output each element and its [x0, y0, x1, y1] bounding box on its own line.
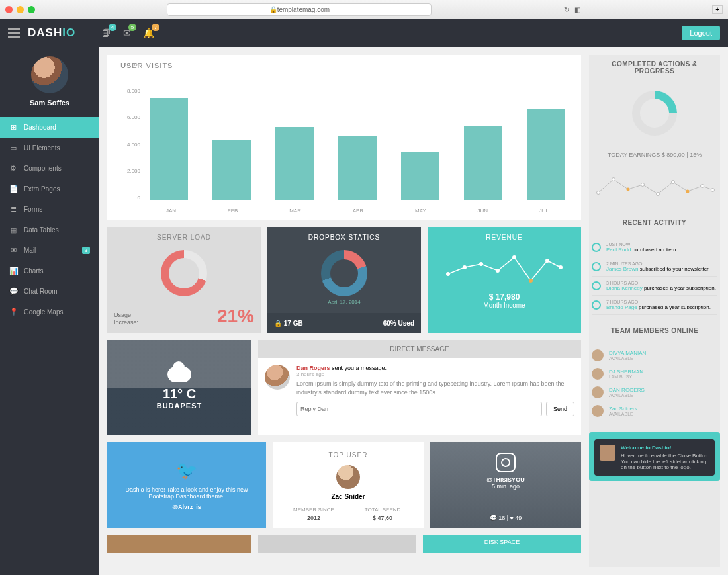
activity-dot-icon — [592, 300, 601, 310]
y-tick: 6.000 — [114, 114, 140, 120]
bar-MAY[interactable] — [401, 152, 439, 200]
bar-MAR[interactable] — [275, 127, 313, 200]
y-tick: 4.000 — [114, 142, 140, 148]
nav-label: Components — [24, 165, 62, 172]
topuser-avatar[interactable] — [336, 465, 360, 489]
dropbox-date: April 17, 2014 — [267, 299, 421, 305]
dm-send-button[interactable]: Send — [546, 402, 574, 416]
progress-donut — [632, 91, 677, 136]
progress-title: COMPLETED ACTIONS & PROGRESS — [589, 55, 720, 80]
nav-charts[interactable]: 📊Charts — [0, 261, 99, 281]
x-tick: FEB — [228, 208, 238, 214]
activity-title: RECENT ACTIVITY — [589, 214, 720, 232]
team-member[interactable]: DJ SHERMANI AM BUSY — [592, 365, 717, 383]
team-member[interactable]: DAN ROGERSAVAILABLE — [592, 383, 717, 402]
weather-card: 11° C BUDAPEST — [107, 340, 251, 435]
team-member[interactable]: DIVYA MANIANAVAILABLE — [592, 346, 717, 365]
activity-item[interactable]: 7 HOURS AGOBrando Page purchased a year … — [592, 296, 717, 315]
logout-button[interactable]: Logout — [682, 26, 720, 40]
dropbox-title: DROPBOX STATICS — [267, 227, 421, 247]
bar-JUL[interactable] — [527, 109, 565, 200]
nav-label: Charts — [24, 267, 43, 275]
team-avatar — [592, 405, 604, 417]
dm-sender-avatar[interactable] — [265, 365, 290, 390]
url-bar[interactable]: 🔒 templatemag.com — [167, 3, 432, 16]
dm-time: 3 hours ago — [296, 371, 574, 377]
instagram-icon — [496, 453, 516, 472]
server-load-donut — [161, 250, 207, 296]
svg-point-15 — [701, 185, 704, 188]
nav-icon: 📄 — [9, 185, 17, 193]
x-tick: MAR — [289, 208, 301, 214]
weather-temp: 11° C — [163, 386, 196, 402]
server-usage-value: 21% — [217, 306, 254, 327]
bar-FEB[interactable] — [212, 140, 250, 201]
nav-google maps[interactable]: 📍Google Maps — [0, 302, 99, 322]
nav-label: Dashboard — [24, 124, 56, 131]
activity-item[interactable]: 2 MINUTES AGOJames Brown subscribed to y… — [592, 257, 717, 277]
activity-item[interactable]: JUST NOWPaul Rudd purchased an item. — [592, 238, 717, 257]
svg-point-10 — [627, 188, 630, 191]
nav-ui elements[interactable]: ▭UI Elements — [0, 138, 99, 158]
new-tab-button[interactable]: + — [712, 5, 723, 14]
svg-point-4 — [512, 255, 516, 259]
nav-dashboard[interactable]: ⊞Dashboard — [0, 117, 99, 138]
product-photo[interactable] — [107, 535, 251, 553]
nav-components[interactable]: ⚙Components — [0, 158, 99, 179]
dropbox-used: 60% Used — [383, 320, 414, 327]
dm-reply-input[interactable] — [296, 402, 542, 416]
close-window[interactable] — [5, 6, 13, 13]
nav-icon: ▦ — [9, 226, 17, 234]
reader-icon[interactable]: ◧ — [574, 6, 580, 13]
svg-point-13 — [672, 181, 675, 184]
dropbox-size: 🔒 17 GB — [274, 320, 303, 327]
nav-icon: 💬 — [9, 287, 17, 296]
nav-mail[interactable]: ✉Mail3 — [0, 240, 99, 261]
instagram-card[interactable]: @THISISYOU 5 min. ago 💬 18 | ♥ 49 — [430, 442, 581, 528]
tooltip-body: Hover me to enable the Close Button. You… — [621, 453, 709, 470]
logo[interactable]: DASHIO — [28, 26, 75, 40]
server-usage-label: Usage Increase: — [114, 312, 138, 327]
tweet-text: Dashio is here! Take a look and enjoy th… — [118, 486, 255, 500]
dm-sender[interactable]: Dan Rogers — [296, 365, 330, 371]
bar-JUN[interactable] — [464, 126, 502, 200]
refresh-icon[interactable]: ↻ — [564, 6, 569, 13]
svg-point-7 — [559, 265, 563, 269]
nav-label: Chat Room — [24, 288, 58, 295]
svg-point-3 — [496, 269, 500, 273]
team-avatar — [592, 349, 604, 361]
user-avatar[interactable] — [31, 56, 68, 93]
calendar[interactable]: ‹ August 2018 › Mo6789101112 Welcome to … — [589, 432, 720, 481]
twitter-card[interactable]: 🐦 Dashio is here! Take a look and enjoy … — [107, 442, 266, 528]
nav-data tables[interactable]: ▦Data Tables — [0, 220, 99, 240]
menu-toggle-icon[interactable] — [8, 28, 20, 38]
x-tick: JUN — [477, 208, 488, 214]
svg-point-5 — [529, 279, 533, 283]
total-spend-value: $ 47,60 — [348, 515, 417, 521]
tweet-handle: @Alvrz_is — [118, 504, 255, 510]
notif-2[interactable]: 🔔7 — [143, 28, 154, 38]
team-member[interactable]: Zac SnidersAVAILABLE — [592, 402, 717, 420]
activity-item[interactable]: 3 HOURS AGODiana Kennedy purchased a yea… — [592, 277, 717, 296]
notif-1[interactable]: ✉5 — [123, 28, 131, 38]
svg-point-12 — [657, 193, 660, 196]
y-tick: 0 — [114, 195, 140, 200]
minimize-window[interactable] — [17, 6, 24, 13]
nav-extra pages[interactable]: 📄Extra Pages — [0, 179, 99, 199]
svg-point-14 — [686, 190, 690, 193]
bar-JAN[interactable] — [150, 98, 187, 200]
member-since-value: 2012 — [279, 515, 348, 521]
dropbox-donut — [321, 250, 367, 296]
nav-forms[interactable]: ≣Forms — [0, 199, 99, 220]
nav-icon: 📊 — [9, 267, 17, 275]
bar-APR[interactable] — [338, 136, 376, 200]
x-tick: JUL — [539, 208, 549, 214]
welcome-tooltip[interactable]: Welcome to Dashio!Hover me to enable the… — [594, 439, 715, 476]
nav-chat room[interactable]: 💬Chat Room — [0, 281, 99, 302]
activity-dot-icon — [592, 281, 601, 290]
nav-icon: ≣ — [9, 205, 17, 214]
activity-dot-icon — [592, 243, 601, 252]
notif-0[interactable]: 🗐4 — [102, 28, 111, 38]
zoom-window[interactable] — [28, 6, 35, 13]
cloud-icon — [167, 367, 191, 382]
